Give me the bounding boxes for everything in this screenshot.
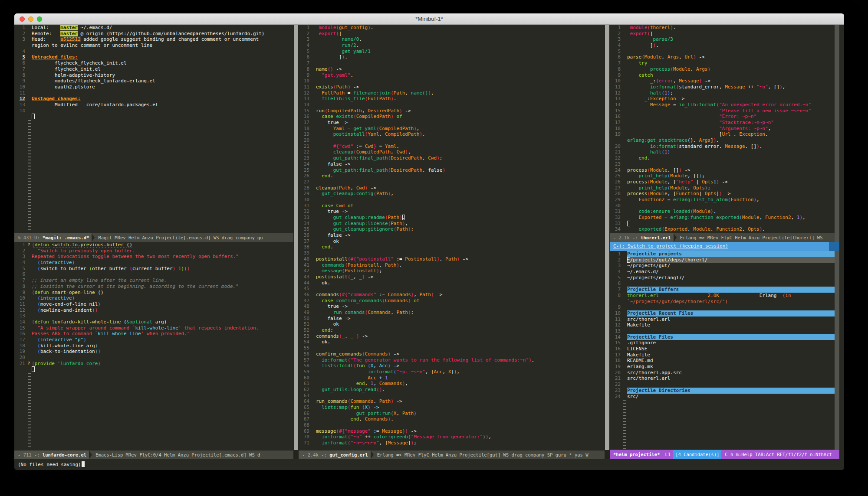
code-line: 16 case exists(CompiledPath) of bbox=[299, 114, 605, 120]
code-line: 1Local: master ~/.emacs.d/ bbox=[14, 25, 293, 31]
scrollbar-thumb[interactable] bbox=[294, 25, 298, 450]
code-line: 12 halt(1); bbox=[610, 90, 835, 96]
code-line: 48 true -> bbox=[299, 303, 605, 310]
code-line: 1?(defun switch-to-previous-buffer () bbox=[14, 242, 293, 248]
code-line: 15 "Please fill a new issue ~s~n~n" bbox=[610, 108, 835, 114]
code-line: 5Untracked files: bbox=[14, 54, 293, 60]
code-line: 37 ok bbox=[299, 238, 605, 245]
code-line: 2-export([ bbox=[299, 31, 605, 37]
code-line: 8;; iosition the cursor at its beginning… bbox=[14, 284, 293, 290]
elisp-code-buffer[interactable]: 1?(defun switch-to-previous-buffer ()2 "… bbox=[14, 242, 293, 450]
code-line: 17 "Stacktrace:~n~p~n" bbox=[610, 120, 835, 126]
buffer-name: *helm projectile* bbox=[610, 450, 662, 459]
code-line: 5 (switch-to-buffer (other-buffer (curre… bbox=[14, 266, 293, 272]
code-line: 23Projectile Directories bbox=[610, 388, 835, 394]
code-line: 22 bbox=[610, 382, 835, 388]
code-line: 59 io:format("~p. ~s~n", [Acc, X]), bbox=[299, 369, 605, 375]
code-line: 19 postinstall(Yaml, CompiledPath), bbox=[299, 131, 605, 137]
code-line: 13 filelib:is_file(FullPath). bbox=[299, 96, 605, 102]
code-line: 57 io:format("The generator wants to run… bbox=[299, 357, 605, 363]
code-line: 1-module(thorerl). bbox=[610, 25, 835, 31]
code-line: 2 "Switch to previously open buffer. bbox=[14, 248, 293, 254]
minibuffer[interactable]: (No files need saving) bbox=[14, 459, 844, 470]
code-line: 24 false -> bbox=[299, 161, 605, 167]
erlang-gut-config-buffer[interactable]: 1-module(gut_config).2-export([3 name/0,… bbox=[299, 25, 605, 450]
close-button[interactable] bbox=[20, 16, 25, 22]
code-line: 23 bbox=[610, 161, 835, 167]
code-line: 9 bbox=[610, 304, 835, 310]
window-title: *Minibuf-1* bbox=[415, 16, 443, 22]
helm-projectile-buffer[interactable]: 1Projectile projects2~/projects/gut/deps… bbox=[610, 251, 835, 450]
code-line: 3Repeated invocations toggle between the… bbox=[14, 254, 293, 260]
modeline-thorerl[interactable]: - 2.1k -: thorerl.erl Erlang => MRev Fly… bbox=[610, 233, 835, 242]
code-line: 34 exported(Exported, Module, Function2,… bbox=[610, 226, 835, 232]
code-line: 10Projectile Recent Files bbox=[610, 310, 835, 317]
helm-header-hint: C-j: Switch to project (keeping session) bbox=[613, 243, 728, 249]
scrollbar-thumb[interactable] bbox=[605, 25, 609, 450]
code-line: 16LICENSE bbox=[610, 346, 835, 352]
scrollbar[interactable] bbox=[293, 25, 299, 459]
code-line: 11 io:format(standard_error, Message ++ … bbox=[610, 84, 835, 90]
code-line: 20src/thorerl.app.src bbox=[610, 370, 835, 376]
code-line: 2-export([ bbox=[610, 31, 835, 37]
code-line: region to evilnc commant or uncomment li… bbox=[14, 42, 293, 49]
code-line: 44 ok. bbox=[299, 280, 605, 286]
code-line: 27 print_help(Module, Opts); bbox=[610, 185, 835, 191]
modeline-modes: Erlang => MRev FlyC Helm Anzu Projectile… bbox=[374, 450, 605, 459]
code-line: 11 bbox=[14, 90, 293, 96]
code-line: 21 #{"cwd" := Cwd} = Yaml, bbox=[299, 144, 605, 150]
minimize-button[interactable] bbox=[28, 16, 33, 22]
modeline-elisp[interactable]: - 711 -: lunfardo-core.el Emacs-Lisp MRe… bbox=[14, 450, 293, 459]
code-line: 4~/.emacs.d/ bbox=[610, 269, 835, 275]
erlang-thorerl-buffer[interactable]: 1-module(thorerl).2-export([3 parse/34 ]… bbox=[610, 25, 835, 233]
code-line: 18 (kill-whole-line arg) bbox=[14, 343, 293, 349]
traffic-lights bbox=[20, 16, 42, 22]
code-line bbox=[14, 114, 293, 120]
code-line: 6 bbox=[610, 281, 835, 287]
code-line: 9 catch bbox=[610, 72, 835, 78]
code-line: 56comfirm_commands(Commands) -> bbox=[299, 351, 605, 357]
scrollbar[interactable] bbox=[605, 25, 610, 459]
modeline-modes: Erlang => MRev FlyC Helm Anzu Projectile… bbox=[677, 233, 835, 242]
code-line: 53commands(_, _ ) -> bbox=[299, 333, 605, 339]
code-line: 6parse(Module, Args, Url) -> bbox=[610, 54, 835, 60]
code-line: 23 gut_path:final_path(DesiredPath, Cwd)… bbox=[299, 155, 605, 161]
code-line: 15run(CompiledPath, DesiredPath) -> bbox=[299, 108, 605, 114]
code-line: 8 helm-adaptive-history bbox=[14, 72, 293, 78]
magit-status-buffer[interactable]: 1Local: master ~/.emacs.d/2Remote: maste… bbox=[14, 25, 293, 233]
code-line: 7 try bbox=[610, 60, 835, 66]
code-line: 13 _:Exception -> bbox=[610, 96, 835, 102]
code-line: 24src/ bbox=[610, 394, 835, 400]
code-line: 4 ]). bbox=[610, 42, 835, 49]
code-line: 60 Acc + 1 bbox=[299, 375, 605, 381]
scrollbar[interactable] bbox=[835, 25, 839, 450]
code-line: 64run_comands(Commands, Path) -> bbox=[299, 398, 605, 405]
code-line: 7;; insert an empty line after the curre… bbox=[14, 277, 293, 284]
zoom-button[interactable] bbox=[37, 16, 42, 22]
code-line: 67 end, Commands). bbox=[299, 416, 605, 422]
code-line: 29 gut_cleanup:config(Path), bbox=[299, 191, 605, 197]
code-line: 3 parse/3 bbox=[610, 36, 835, 42]
text-cursor bbox=[82, 461, 85, 467]
code-line: 4 bbox=[14, 49, 293, 55]
code-line: 15.gitignore bbox=[610, 340, 835, 346]
code-line: 14 bbox=[14, 108, 293, 114]
code-line: 31 code:ensure_loaded(Module), bbox=[610, 209, 835, 215]
code-line: 27 bbox=[299, 179, 605, 185]
modeline-gut[interactable]: - 2.4k -: gut_config.erl Erlang => MRev … bbox=[299, 450, 605, 459]
code-line: 4 run/2, bbox=[299, 42, 605, 49]
code-line: 10 _:{error, Message} -> bbox=[610, 78, 835, 84]
code-line: 5 get_yaml/1 bbox=[299, 49, 605, 55]
modeline-magit[interactable]: % 431 U: *magit: .emacs.d* Magit MRev He… bbox=[14, 233, 293, 242]
helm-header-line: C-j: Switch to project (keeping session) bbox=[610, 242, 839, 251]
code-line: 28process(Module, [Function| Opts]) -> bbox=[610, 191, 835, 197]
code-line: 5 bbox=[610, 49, 835, 55]
code-line: erlang:get_stacktrace(), Args]), bbox=[610, 137, 835, 144]
helm-candidate-count: [4 Candidate(s)] bbox=[673, 450, 721, 459]
code-line: 32 Exported = erlang:function_exported(M… bbox=[610, 215, 835, 221]
titlebar[interactable]: *Minibuf-1* bbox=[14, 13, 844, 25]
powerline-arrow-icon bbox=[92, 233, 95, 242]
code-line: 70 io:format("~n" ++ color:greenb("Messa… bbox=[299, 434, 605, 440]
code-line: 6 flycheck_flycheck_init.el bbox=[14, 60, 293, 66]
modeline-helm[interactable]: *helm projectile* L1 [4 Candidate(s)] C-… bbox=[610, 450, 839, 459]
